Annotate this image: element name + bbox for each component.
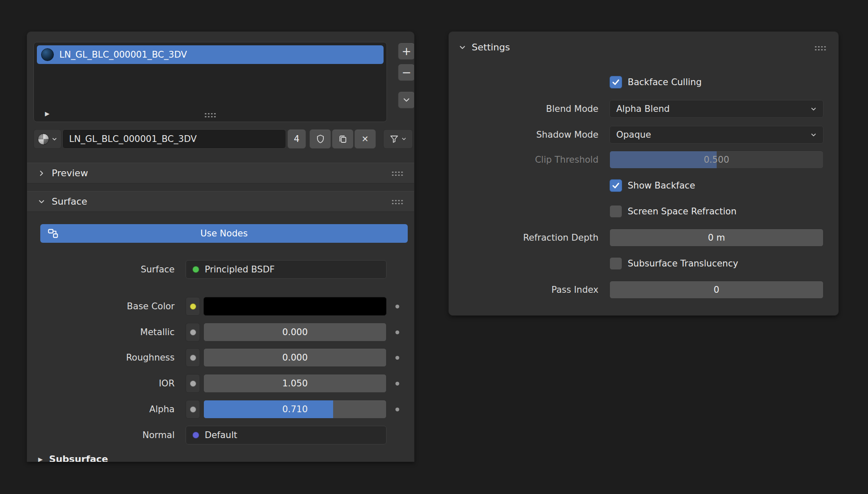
pass-index-field[interactable]: 0 <box>609 281 823 299</box>
ior-value: 1.050 <box>204 375 386 392</box>
property-label: Alpha <box>40 404 175 414</box>
filter-button[interactable] <box>383 129 413 149</box>
material-slots-list[interactable]: LN_GL_BLC_000001_BC_3DV ▶ <box>33 42 387 122</box>
clip-threshold-row: Clip Threshold 0.500 <box>457 151 823 169</box>
clip-threshold-slider[interactable]: 0.500 <box>609 151 823 169</box>
screen-space-refraction-checkbox[interactable] <box>609 205 622 218</box>
chevron-down-icon <box>458 43 467 52</box>
blend-mode-row: Blend Mode Alpha Blend <box>457 100 823 118</box>
backface-culling-label: Backface Culling <box>628 77 702 87</box>
chevron-down-icon <box>51 136 58 142</box>
alpha-row: Alpha 0.710 <box>40 400 408 419</box>
list-filter-expand-icon[interactable]: ▶ <box>45 111 50 117</box>
material-slot-selected[interactable]: LN_GL_BLC_000001_BC_3DV <box>37 45 384 64</box>
subsurface-panel-header[interactable]: ▶ Subsurface <box>38 454 108 462</box>
normal-field[interactable]: Default <box>186 426 387 444</box>
show-backface-checkbox[interactable] <box>609 179 622 192</box>
surface-shader-row: Surface Principled BSDF <box>40 260 408 279</box>
shadow-mode-label: Shadow Mode <box>457 130 598 140</box>
preview-panel-header[interactable]: Preview <box>27 163 415 183</box>
metallic-socket-button[interactable] <box>186 323 200 341</box>
alpha-slider[interactable]: 0.710 <box>203 400 387 419</box>
fake-user-button[interactable] <box>309 129 331 149</box>
check-icon <box>611 78 620 87</box>
backface-culling-row: Backface Culling <box>457 76 823 89</box>
normal-value: Default <box>205 430 237 440</box>
pass-index-row: Pass Index 0 <box>457 281 823 299</box>
decorator-dot[interactable] <box>395 382 399 386</box>
metallic-row: Metallic 0.000 <box>40 323 408 341</box>
triangle-right-icon: ▶ <box>38 456 43 462</box>
list-resize-grip[interactable] <box>204 112 217 117</box>
settings-panel-title: Settings <box>472 42 510 53</box>
normal-row: Normal Default <box>40 426 408 444</box>
add-slot-button[interactable]: + <box>398 43 415 60</box>
surface-shader-field[interactable]: Principled BSDF <box>186 260 387 279</box>
show-backface-row: Show Backface <box>457 179 823 192</box>
roughness-row: Roughness 0.000 <box>40 348 408 367</box>
refraction-depth-value: 0 m <box>708 233 725 243</box>
alpha-socket-button[interactable] <box>186 400 200 419</box>
metallic-value: 0.000 <box>204 323 386 341</box>
panel-drag-grip[interactable] <box>391 199 403 204</box>
roughness-socket-button[interactable] <box>186 348 200 367</box>
close-icon: ✕ <box>362 134 369 144</box>
value-socket-icon <box>190 380 196 387</box>
shadow-mode-dropdown[interactable]: Opaque <box>609 126 823 144</box>
panel-drag-grip[interactable] <box>391 171 403 176</box>
subsurface-panel-title: Subsurface <box>49 454 108 462</box>
decorator-dot[interactable] <box>395 408 399 411</box>
copy-icon <box>338 134 348 144</box>
shadow-mode-row: Shadow Mode Opaque <box>457 126 823 144</box>
unlink-material-button[interactable]: ✕ <box>354 129 376 149</box>
panel-drag-grip[interactable] <box>814 45 826 50</box>
metallic-slider[interactable]: 0.000 <box>203 323 387 341</box>
decorator-dot[interactable] <box>395 305 399 308</box>
refraction-depth-field[interactable]: 0 m <box>609 229 823 247</box>
decorator-dot[interactable] <box>395 356 399 360</box>
ior-socket-button[interactable] <box>186 374 200 393</box>
subsurface-translucency-checkbox[interactable] <box>609 257 622 270</box>
use-nodes-button[interactable]: Use Nodes <box>40 224 408 243</box>
value-socket-icon <box>190 355 196 361</box>
chevron-down-icon <box>401 136 407 142</box>
chevron-down-icon <box>810 131 817 139</box>
roughness-slider[interactable]: 0.000 <box>203 348 387 367</box>
refraction-depth-label: Refraction Depth <box>457 233 598 243</box>
blender-properties-editor: LN_GL_BLC_000001_BC_3DV ▶ + − LN_GL_BLC_… <box>0 0 868 494</box>
blend-mode-value: Alpha Blend <box>616 104 670 114</box>
shield-icon <box>315 134 326 144</box>
material-datablock-row: LN_GL_BLC_000001_BC_3DV 4 ✕ <box>33 129 413 149</box>
remove-slot-button[interactable]: − <box>398 64 415 81</box>
subsurface-translucency-row: Subsurface Translucency <box>457 257 823 270</box>
use-nodes-label: Use Nodes <box>200 228 248 239</box>
blend-mode-dropdown[interactable]: Alpha Blend <box>609 100 823 118</box>
screen-space-refraction-row: Screen Space Refraction <box>457 205 823 218</box>
base-color-row: Base Color <box>40 297 408 316</box>
shadow-mode-value: Opaque <box>616 130 651 140</box>
surface-panel-header[interactable]: Surface <box>27 191 415 212</box>
ior-slider[interactable]: 1.050 <box>203 374 387 393</box>
users-count-button[interactable]: 4 <box>287 129 306 149</box>
funnel-icon <box>389 134 399 144</box>
shader-socket-icon <box>192 266 199 273</box>
browse-material-button[interactable] <box>33 129 61 149</box>
decorator-dot[interactable] <box>395 330 399 334</box>
backface-culling-checkbox[interactable] <box>609 76 622 89</box>
property-label: IOR <box>40 378 175 389</box>
base-color-socket-button[interactable] <box>186 297 200 316</box>
chevron-down-icon <box>810 105 817 113</box>
slot-specials-button[interactable] <box>398 92 415 108</box>
settings-panel-header[interactable]: Settings <box>458 42 510 53</box>
pass-index-label: Pass Index <box>457 285 598 295</box>
chevron-down-icon <box>37 197 46 206</box>
base-color-swatch[interactable] <box>203 297 387 316</box>
property-label: Normal <box>40 430 175 440</box>
pass-index-value: 0 <box>714 285 719 295</box>
material-name-value: LN_GL_BLC_000001_BC_3DV <box>69 134 197 144</box>
show-backface-label: Show Backface <box>628 180 695 191</box>
material-name-field[interactable]: LN_GL_BLC_000001_BC_3DV <box>62 129 286 149</box>
copy-material-button[interactable] <box>332 129 353 149</box>
value-socket-icon <box>190 406 196 413</box>
clip-threshold-value: 0.500 <box>610 151 823 168</box>
